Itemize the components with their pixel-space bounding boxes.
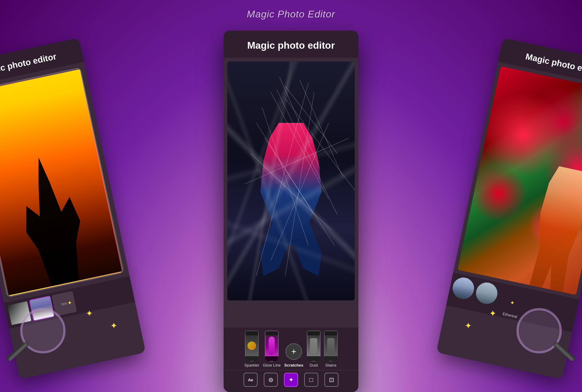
stains-label: Stains bbox=[325, 363, 336, 368]
icons-row: Ae ⊜ ✦ □ ⊡ bbox=[224, 370, 358, 390]
sparkler-brush bbox=[245, 331, 259, 361]
scratches-label: Scratches bbox=[284, 363, 303, 368]
right-photo-image bbox=[458, 66, 582, 295]
center-photo-image bbox=[227, 62, 355, 300]
wand-left bbox=[6, 300, 67, 361]
bottom-toolbar: Sparkler Glow Line + Scra bbox=[224, 328, 358, 392]
svg-line-4 bbox=[300, 80, 343, 178]
effect-stains[interactable]: Stains bbox=[324, 331, 338, 368]
svg-line-2 bbox=[271, 92, 329, 199]
sparkle-1: ✦ bbox=[86, 308, 93, 318]
dust-label: Dust bbox=[310, 363, 318, 368]
app-title: Magic Photo Editor bbox=[247, 9, 335, 20]
svg-line-12 bbox=[265, 138, 334, 245]
glowline-label: Glow Line bbox=[263, 363, 281, 368]
effect-dust[interactable]: Dust bbox=[307, 331, 320, 368]
circle-2[interactable] bbox=[474, 281, 499, 306]
screens-container: Magic photo editor boo Magic photo edito… bbox=[0, 24, 582, 392]
svg-line-21 bbox=[556, 345, 572, 359]
effect-scratches[interactable]: + Scratches bbox=[284, 343, 303, 368]
svg-line-11 bbox=[245, 138, 349, 184]
center-phone-header: Magic photo editor bbox=[224, 31, 358, 58]
sparkle-4: ✦ bbox=[465, 321, 472, 331]
scratches-add-circle[interactable]: + bbox=[285, 343, 302, 360]
crop-icon: ⊡ bbox=[329, 376, 334, 383]
svg-line-7 bbox=[251, 153, 332, 230]
svg-line-1 bbox=[285, 86, 337, 153]
sparkler-label: Sparkler bbox=[244, 363, 259, 368]
stains-brush bbox=[324, 331, 338, 361]
icon-ae[interactable]: Ae bbox=[244, 373, 258, 387]
adjust-icon: ⊜ bbox=[268, 376, 274, 383]
sparkle-3: ✦ bbox=[489, 308, 496, 318]
svg-line-0 bbox=[279, 77, 320, 169]
svg-point-15 bbox=[23, 311, 63, 351]
svg-line-10 bbox=[277, 89, 338, 215]
left-photo-image bbox=[0, 68, 123, 296]
sparkle-6: ✦ bbox=[510, 300, 515, 306]
left-photo-frame bbox=[0, 67, 124, 297]
glowline-brush bbox=[265, 331, 278, 361]
svg-line-6 bbox=[285, 92, 314, 276]
icon-wand[interactable]: ✦ bbox=[284, 373, 298, 387]
wand-icon: ✦ bbox=[289, 376, 294, 383]
svg-line-3 bbox=[256, 123, 314, 215]
wand-right bbox=[515, 300, 576, 361]
ae-icon: Ae bbox=[248, 378, 253, 382]
svg-line-17 bbox=[10, 345, 26, 359]
svg-line-8 bbox=[271, 123, 329, 261]
effects-row: Sparkler Glow Line + Scra bbox=[224, 331, 358, 370]
center-phone-title: Magic photo editor bbox=[230, 40, 352, 51]
sparkle-2: ✦ bbox=[110, 321, 117, 331]
phone-center: Magic photo editor bbox=[224, 31, 358, 392]
square-icon: □ bbox=[309, 376, 313, 383]
effect-glowline[interactable]: Glow Line bbox=[263, 331, 281, 368]
icon-adjust[interactable]: ⊜ bbox=[264, 373, 278, 387]
svg-line-9 bbox=[285, 98, 355, 190]
dust-brush bbox=[307, 331, 320, 361]
icon-crop[interactable]: ⊡ bbox=[324, 373, 338, 387]
sparkle-5: ✦ bbox=[67, 300, 72, 306]
effect-sparkler[interactable]: Sparkler bbox=[244, 331, 259, 368]
svg-point-19 bbox=[519, 311, 559, 351]
svg-line-13 bbox=[256, 83, 308, 276]
icon-square[interactable]: □ bbox=[304, 373, 318, 387]
svg-line-5 bbox=[262, 107, 308, 245]
circle-1[interactable] bbox=[451, 276, 476, 301]
